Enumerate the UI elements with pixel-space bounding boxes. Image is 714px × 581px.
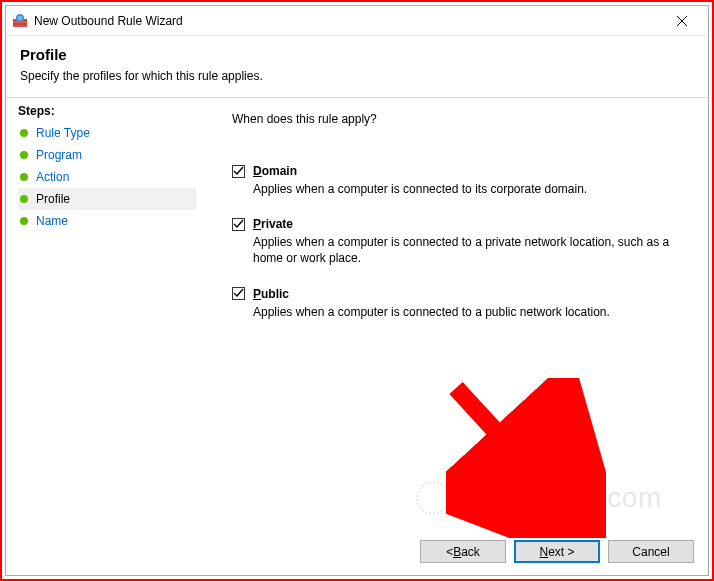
bullet-icon	[20, 217, 28, 225]
step-action[interactable]: Action	[18, 166, 196, 188]
option-label[interactable]: Public	[253, 287, 289, 301]
checkbox-private[interactable]	[232, 218, 245, 231]
svg-point-4	[18, 15, 22, 19]
page-subtitle: Specify the profiles for which this rule…	[20, 69, 696, 83]
step-label: Program	[36, 148, 82, 162]
option-label[interactable]: Domain	[253, 164, 297, 178]
option-private: Private Applies when a computer is conne…	[232, 217, 688, 266]
back-button[interactable]: < Back	[420, 540, 506, 563]
option-description: Applies when a computer is connected to …	[253, 181, 683, 197]
step-label: Rule Type	[36, 126, 90, 140]
svg-rect-2	[13, 23, 27, 25]
bullet-icon	[20, 195, 28, 203]
option-description: Applies when a computer is connected to …	[253, 304, 683, 320]
screenshot-frame: New Outbound Rule Wizard Profile Specify…	[0, 0, 714, 581]
titlebar: New Outbound Rule Wizard	[6, 6, 708, 36]
window-title: New Outbound Rule Wizard	[34, 14, 662, 28]
watermark: uantrimang.com	[416, 481, 662, 515]
step-name[interactable]: Name	[18, 210, 196, 232]
close-button[interactable]	[662, 7, 702, 35]
step-profile[interactable]: Profile	[18, 188, 196, 210]
bullet-icon	[20, 129, 28, 137]
wizard-window: New Outbound Rule Wizard Profile Specify…	[5, 5, 709, 576]
bullet-icon	[20, 151, 28, 159]
wizard-header: Profile Specify the profiles for which t…	[6, 36, 708, 98]
steps-sidebar: Steps: Rule Type Program Action Profile	[6, 98, 196, 575]
wizard-body: Steps: Rule Type Program Action Profile	[6, 98, 708, 575]
steps-heading: Steps:	[18, 104, 196, 118]
step-rule-type[interactable]: Rule Type	[18, 122, 196, 144]
firewall-icon	[12, 13, 28, 29]
button-bar: < Back Next > Cancel	[420, 540, 694, 563]
check-icon	[233, 288, 244, 299]
checkbox-domain[interactable]	[232, 165, 245, 178]
main-panel: When does this rule apply? Domain Applie…	[196, 98, 708, 575]
question-text: When does this rule apply?	[232, 112, 688, 126]
option-domain: Domain Applies when a computer is connec…	[232, 164, 688, 197]
checkbox-public[interactable]	[232, 287, 245, 300]
step-label: Profile	[36, 192, 70, 206]
next-button[interactable]: Next >	[514, 540, 600, 563]
option-description: Applies when a computer is connected to …	[253, 234, 683, 266]
annotation-arrow	[446, 378, 606, 538]
option-public: Public Applies when a computer is connec…	[232, 287, 688, 320]
step-label: Name	[36, 214, 68, 228]
close-icon	[677, 16, 687, 26]
check-icon	[233, 166, 244, 177]
page-title: Profile	[20, 46, 696, 63]
cancel-button[interactable]: Cancel	[608, 540, 694, 563]
watermark-icon	[416, 481, 450, 515]
option-label[interactable]: Private	[253, 217, 293, 231]
step-program[interactable]: Program	[18, 144, 196, 166]
step-label: Action	[36, 170, 69, 184]
svg-line-8	[456, 388, 566, 508]
check-icon	[233, 219, 244, 230]
bullet-icon	[20, 173, 28, 181]
